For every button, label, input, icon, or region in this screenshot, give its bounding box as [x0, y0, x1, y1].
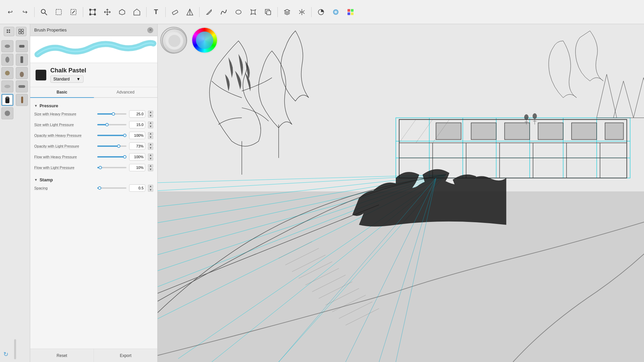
stamp-section-header[interactable]: ▼ Stamp — [34, 175, 153, 184]
reset-button[interactable]: Reset — [30, 349, 94, 362]
flow-light-down[interactable]: ▼ — [148, 168, 153, 171]
brush-properties-panel: Brush Properties ✕ Chalk Pastel Standard — [30, 24, 158, 362]
grid-view-button[interactable] — [16, 27, 26, 36]
size-light-value[interactable]: 15.0 — [129, 121, 145, 128]
tab-basic[interactable]: Basic — [30, 87, 94, 98]
brush-item-4[interactable] — [16, 54, 28, 66]
svg-rect-37 — [20, 56, 23, 63]
flow-light-row: Flow with Light Pressure 10% ▲ ▼ — [34, 164, 153, 171]
size-light-slider[interactable] — [97, 122, 126, 127]
opacity-heavy-stepper[interactable]: ▲ ▼ — [148, 132, 153, 139]
opacity-light-up[interactable]: ▲ — [148, 143, 153, 146]
size-heavy-up[interactable]: ▲ — [148, 111, 153, 114]
size-heavy-slider[interactable] — [97, 111, 126, 117]
eraser-button[interactable] — [168, 5, 182, 19]
color-adjust-button[interactable] — [314, 5, 328, 19]
svg-rect-89 — [572, 123, 597, 139]
svg-rect-32 — [19, 32, 21, 34]
palette-button[interactable] — [344, 5, 357, 19]
brush-name: Chalk Pastel — [50, 67, 86, 74]
pressure-section-header[interactable]: ▼ Pressure — [34, 101, 153, 110]
preset-value: Standard — [53, 77, 70, 81]
lasso-button[interactable] — [115, 5, 129, 19]
transform-button[interactable] — [86, 5, 99, 19]
svg-point-21 — [333, 9, 338, 15]
brush-item-11[interactable] — [1, 107, 13, 119]
color-wheel[interactable] — [191, 27, 218, 54]
spacing-slider[interactable] — [97, 185, 126, 191]
opacity-heavy-up[interactable]: ▲ — [148, 132, 153, 135]
toolbar-divider-4 — [165, 7, 166, 17]
brush-list-scrollbar[interactable] — [14, 339, 16, 359]
symmetry-button[interactable] — [295, 5, 309, 19]
layers-button[interactable] — [280, 5, 294, 19]
opacity-light-stepper[interactable]: ▲ ▼ — [148, 143, 153, 150]
opacity-heavy-slider[interactable] — [97, 133, 126, 138]
brush-item-10[interactable] — [16, 94, 28, 106]
panel-header: Brush Properties ✕ — [30, 24, 157, 36]
fill-button[interactable] — [130, 5, 144, 19]
flow-light-stepper[interactable]: ▲ ▼ — [148, 164, 153, 171]
color-wheel-button[interactable] — [329, 5, 342, 19]
svg-point-49 — [168, 35, 180, 47]
spacing-down[interactable]: ▼ — [148, 188, 153, 192]
pen-button[interactable] — [202, 5, 216, 19]
list-view-button[interactable] — [4, 27, 14, 36]
perspective-button[interactable] — [183, 5, 197, 19]
clone-button[interactable] — [261, 5, 275, 19]
opacity-light-down[interactable]: ▼ — [148, 146, 153, 150]
size-light-up[interactable]: ▲ — [148, 121, 153, 125]
brush-item-2[interactable] — [16, 40, 28, 52]
navigator-wheel[interactable] — [160, 27, 187, 54]
brush-item-1[interactable] — [1, 40, 13, 52]
sync-icon[interactable]: ↻ — [3, 351, 8, 358]
spacing-stepper[interactable]: ▲ ▼ — [148, 185, 153, 192]
svg-rect-30 — [19, 29, 21, 31]
move-button[interactable] — [101, 5, 114, 19]
flow-heavy-up[interactable]: ▲ — [148, 154, 153, 157]
drawing-canvas[interactable] — [158, 24, 644, 362]
export-button[interactable]: Export — [94, 349, 157, 362]
brush-item-9-selected[interactable] — [1, 94, 13, 106]
flow-heavy-value[interactable]: 100% — [129, 153, 145, 161]
spacing-up[interactable]: ▲ — [148, 185, 153, 188]
brush-item-5[interactable] — [1, 67, 13, 79]
flow-heavy-slider[interactable] — [97, 154, 126, 160]
flow-light-value[interactable]: 10% — [129, 164, 145, 171]
curve-button[interactable] — [217, 5, 230, 19]
undo-button[interactable]: ↩ — [3, 5, 17, 19]
text-button[interactable]: T — [149, 5, 163, 19]
ellipse-button[interactable] — [232, 5, 245, 19]
brush-item-7[interactable] — [1, 80, 13, 93]
flow-heavy-down[interactable]: ▼ — [148, 157, 153, 161]
flow-light-up[interactable]: ▲ — [148, 164, 153, 168]
brush-item-6[interactable] — [16, 67, 28, 79]
tab-advanced[interactable]: Advanced — [94, 87, 158, 98]
opacity-heavy-down[interactable]: ▼ — [148, 136, 153, 139]
warp-button[interactable] — [247, 5, 260, 19]
size-heavy-value[interactable]: 25.0 — [129, 110, 145, 118]
preset-dropdown[interactable]: Standard ▼ — [50, 75, 84, 83]
select-button[interactable] — [52, 5, 65, 19]
flow-light-slider[interactable] — [97, 165, 126, 170]
spacing-value[interactable]: 0.5 — [129, 184, 145, 192]
svg-point-40 — [4, 85, 10, 88]
opacity-light-value[interactable]: 73% — [129, 142, 145, 150]
size-light-stepper[interactable]: ▲ ▼ — [148, 121, 153, 128]
size-heavy-stepper[interactable]: ▲ ▼ — [148, 111, 153, 118]
svg-rect-31 — [21, 29, 23, 31]
brush-item-8[interactable] — [16, 80, 28, 93]
opacity-heavy-value[interactable]: 100% — [129, 132, 145, 139]
brush-properties-scroll[interactable]: ▼ Pressure Size with Heavy Pressure 25.0… — [30, 98, 157, 349]
brush-item-3[interactable] — [1, 54, 13, 66]
zoom-button[interactable] — [37, 5, 51, 19]
canvas-area[interactable] — [158, 24, 644, 362]
deselect-button[interactable] — [67, 5, 80, 19]
size-light-down[interactable]: ▼ — [148, 125, 153, 128]
opacity-light-slider[interactable] — [97, 143, 126, 149]
size-heavy-down[interactable]: ▼ — [148, 114, 153, 118]
flow-heavy-stepper[interactable]: ▲ ▼ — [148, 154, 153, 161]
redo-button[interactable]: ↪ — [18, 5, 32, 19]
panel-close-button[interactable]: ✕ — [147, 27, 153, 33]
opacity-heavy-row: Opacity with Heavy Pressure 100% ▲ ▼ — [34, 132, 153, 139]
